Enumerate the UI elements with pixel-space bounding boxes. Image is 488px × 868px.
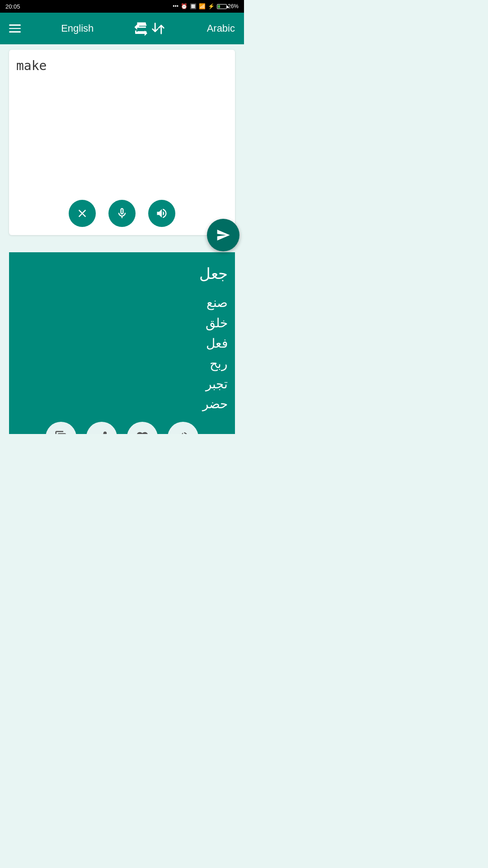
alt-line-2: خلق	[16, 313, 228, 334]
heart-icon	[136, 430, 149, 434]
share-button[interactable]	[86, 422, 117, 434]
signal-icon: 📶	[199, 3, 206, 9]
alt-line-3: فعل	[16, 334, 228, 354]
status-bar: 20:05 ••• ⏰ 🔲 📶 ⚡ 26%	[0, 0, 244, 13]
output-action-bar	[16, 415, 228, 434]
alt-line-1: صنع	[16, 293, 228, 313]
charge-icon: ⚡	[208, 3, 215, 9]
input-section: make	[9, 50, 235, 235]
source-language-label[interactable]: English	[61, 23, 94, 34]
swap-icon	[134, 20, 150, 37]
audio-output-button[interactable]	[168, 422, 198, 434]
menu-button[interactable]	[9, 24, 21, 33]
battery-pct: 26%	[228, 3, 239, 9]
translation-alternatives: صنع خلق فعل ربح تجبر حضر	[16, 293, 228, 415]
target-language-label[interactable]: Arabic	[207, 23, 235, 34]
microphone-icon	[116, 207, 128, 220]
status-dots: •••	[173, 3, 178, 9]
header: English Arabic	[0, 13, 244, 44]
swap-arrows-icon	[150, 20, 166, 37]
alt-line-6: حضر	[16, 394, 228, 415]
translate-button[interactable]	[207, 219, 239, 251]
alt-line-5: تجبر	[16, 374, 228, 395]
alt-line-4: ربح	[16, 354, 228, 374]
sim-icon: 🔲	[190, 3, 197, 9]
source-text-input[interactable]: make	[16, 57, 228, 195]
clear-icon	[76, 207, 89, 220]
clear-button[interactable]	[69, 200, 96, 227]
swap-languages-button[interactable]	[134, 20, 166, 37]
favorite-button[interactable]	[127, 422, 158, 434]
battery-fill	[218, 5, 220, 8]
speaker-icon	[155, 207, 168, 220]
translation-output: جعل صنع خلق فعل ربح تجبر حضر	[16, 261, 228, 415]
alarm-icon: ⏰	[181, 3, 188, 9]
input-action-bar	[16, 195, 228, 230]
translate-send-icon	[216, 228, 230, 242]
battery-indicator: 26%	[217, 3, 239, 9]
microphone-button[interactable]	[108, 200, 136, 227]
copy-icon	[54, 430, 68, 434]
status-right: ••• ⏰ 🔲 📶 ⚡ 26%	[173, 3, 239, 9]
copy-button[interactable]	[46, 422, 76, 434]
menu-line-2	[9, 28, 21, 29]
audio-icon	[176, 430, 190, 434]
status-time: 20:05	[5, 3, 20, 10]
menu-line-3	[9, 31, 21, 33]
translation-line-1: جعل	[16, 261, 228, 286]
speaker-button[interactable]	[148, 200, 175, 227]
share-icon	[95, 430, 108, 434]
battery-bar	[217, 4, 227, 9]
output-section: جعل صنع خلق فعل ربح تجبر حضر	[9, 252, 235, 434]
menu-line-1	[9, 24, 21, 26]
